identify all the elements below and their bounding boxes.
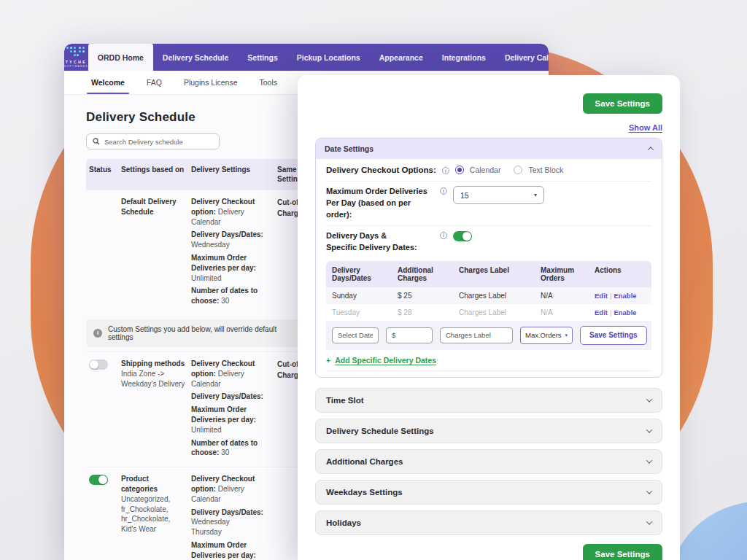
- chevron-down-icon: [646, 518, 652, 524]
- table-row: Default Delivery Schedule Delivery Check…: [86, 190, 320, 315]
- accordion-list: Time Slot Delivery Schedule Settings Add…: [315, 388, 662, 535]
- delivery-days-toggle[interactable]: [453, 231, 472, 241]
- nav-item-pickup-locations[interactable]: Pickup Locations: [287, 44, 370, 71]
- add-date-form-row: Max.Orders ▾ Save Settings: [326, 321, 651, 350]
- table-row: Shipping methods India Zone -> Weekday's…: [86, 351, 320, 467]
- accordion-holidays[interactable]: Holidays: [315, 510, 662, 535]
- col-header-status: Status: [89, 165, 115, 184]
- tab-plugins-license[interactable]: Plugins License: [173, 71, 249, 94]
- save-settings-button-top[interactable]: Save Settings: [583, 93, 662, 114]
- status-cell: [89, 359, 115, 461]
- nav-item-integrations[interactable]: Integrations: [433, 44, 495, 71]
- info-icon: i: [440, 187, 447, 195]
- days-table-header: Delivery Days/Dates Additional Charges C…: [326, 261, 651, 287]
- tab-tools[interactable]: Tools: [248, 71, 288, 94]
- enable-link[interactable]: Enable: [614, 308, 636, 316]
- nav-item-settings[interactable]: Settings: [238, 44, 287, 71]
- col-header-based-on: Settings based on: [121, 165, 185, 184]
- days-table-row: Sunday $ 25 Charges Label N/A Edit|Enabl…: [326, 287, 651, 304]
- settings-panel: Save Settings Show All Date Settings Del…: [298, 75, 680, 560]
- text-block-radio[interactable]: [514, 166, 522, 174]
- date-settings-header[interactable]: Date Settings: [316, 139, 662, 159]
- search-input[interactable]: [104, 138, 213, 146]
- checkout-options-label: Delivery Checkout Options:: [326, 166, 436, 174]
- table-header-row: Status Settings based on Delivery Settin…: [86, 159, 320, 190]
- based-on-cell: Product categories Uncategorized, fr_Cho…: [121, 474, 185, 560]
- tab-faq[interactable]: FAQ: [136, 71, 173, 94]
- info-icon: i: [442, 167, 449, 174]
- tyche-logo-icon: [66, 47, 86, 58]
- save-settings-button-bottom[interactable]: Save Settings: [583, 544, 662, 560]
- status-cell: [89, 474, 115, 560]
- chevron-down-icon: [646, 488, 652, 494]
- delivery-settings-cell: Delivery Checkout option: Delivery Calen…: [191, 197, 271, 309]
- text-block-radio-label: Text Block: [528, 166, 563, 174]
- accordion-weekdays-settings[interactable]: Weekdays Settings: [315, 480, 662, 505]
- delivery-days-table: Delivery Days/Dates Additional Charges C…: [326, 261, 651, 350]
- nav-item-delivery-calender[interactable]: Delivery Calender: [495, 44, 549, 71]
- based-on-cell: Shipping methods India Zone -> Weekday's…: [121, 359, 185, 461]
- table-row: Product categories Uncategorized, fr_Cho…: [86, 467, 320, 560]
- search-icon: [93, 138, 100, 145]
- status-cell: [89, 197, 115, 309]
- nav-item-ordd-home[interactable]: ORDD Home: [88, 44, 153, 71]
- add-specific-delivery-dates-link[interactable]: + Add Specific Delivery Dates: [326, 350, 651, 371]
- plus-icon: +: [326, 356, 330, 365]
- based-on-cell: Default Delivery Schedule: [121, 197, 185, 309]
- info-icon: i: [440, 232, 447, 239]
- calendar-radio[interactable]: [455, 166, 464, 174]
- info-banner: i Custom Settings you add below, will ov…: [86, 319, 309, 347]
- checkout-options-row: Delivery Checkout Options: i Calendar Te…: [326, 159, 651, 182]
- max-orders-select[interactable]: Max.Orders ▾: [520, 327, 573, 344]
- chevron-down-icon: ▾: [534, 192, 537, 198]
- logo-title: TYCHE: [66, 60, 87, 64]
- tab-welcome[interactable]: Welcome: [80, 71, 136, 94]
- calendar-radio-label: Calendar: [470, 166, 501, 174]
- status-toggle[interactable]: [89, 359, 108, 370]
- max-order-deliveries-select[interactable]: 15 ▾: [453, 186, 544, 204]
- charges-amount-input[interactable]: [386, 327, 433, 343]
- chevron-down-icon: ▾: [565, 332, 568, 338]
- status-toggle[interactable]: [89, 475, 108, 485]
- chevron-down-icon: [646, 427, 652, 432]
- edit-link[interactable]: Edit: [595, 292, 608, 300]
- chevron-down-icon: [646, 457, 652, 463]
- col-header-delivery-settings: Delivery Settings: [191, 165, 271, 184]
- delivery-settings-cell: Delivery Checkout option: Delivery Calen…: [191, 474, 271, 560]
- save-settings-button-inline[interactable]: Save Settings: [580, 326, 647, 345]
- charges-label-input[interactable]: [440, 327, 513, 343]
- enable-link[interactable]: Enable: [614, 292, 636, 300]
- edit-link[interactable]: Edit: [595, 308, 608, 316]
- accordion-delivery-schedule-settings[interactable]: Delivery Schedule Settings: [315, 419, 662, 443]
- delivery-settings-cell: Delivery Checkout option: Delivery Calen…: [191, 359, 271, 461]
- chevron-down-icon: [646, 396, 652, 402]
- logo-subtitle: SOFTWARES: [64, 65, 88, 68]
- info-icon: i: [93, 329, 102, 338]
- tyche-logo: TYCHE SOFTWARES: [64, 44, 88, 71]
- show-all-link[interactable]: Show All: [315, 123, 662, 132]
- chevron-up-icon: [648, 147, 654, 152]
- nav-item-delivery-schedule[interactable]: Delivery Schedule: [153, 44, 238, 71]
- nav-item-appearance[interactable]: Appearance: [370, 44, 433, 71]
- select-date-input[interactable]: [332, 327, 379, 343]
- accordion-time-slot[interactable]: Time Slot: [315, 388, 662, 413]
- search-box: [86, 133, 220, 149]
- days-table-row: Tuesday $ 28 Charges Label N/A Edit|Enab…: [326, 304, 651, 321]
- max-order-deliveries-row: Maximum Order Deliveries Per Day (based …: [326, 182, 651, 226]
- date-settings-section: Date Settings Delivery Checkout Options:…: [315, 138, 662, 378]
- delivery-days-label: Delivery Days & Specific Delivery Dates:: [326, 230, 434, 254]
- delivery-schedule-table: Status Settings based on Delivery Settin…: [86, 159, 320, 560]
- accordion-additional-charges[interactable]: Additional Charges: [315, 449, 662, 474]
- max-order-deliveries-label: Maximum Order Deliveries Per Day (based …: [326, 186, 434, 221]
- delivery-days-row: Delivery Days & Specific Delivery Dates:…: [326, 226, 651, 258]
- top-navbar: TYCHE SOFTWARES ORDD Home Delivery Sched…: [64, 44, 549, 71]
